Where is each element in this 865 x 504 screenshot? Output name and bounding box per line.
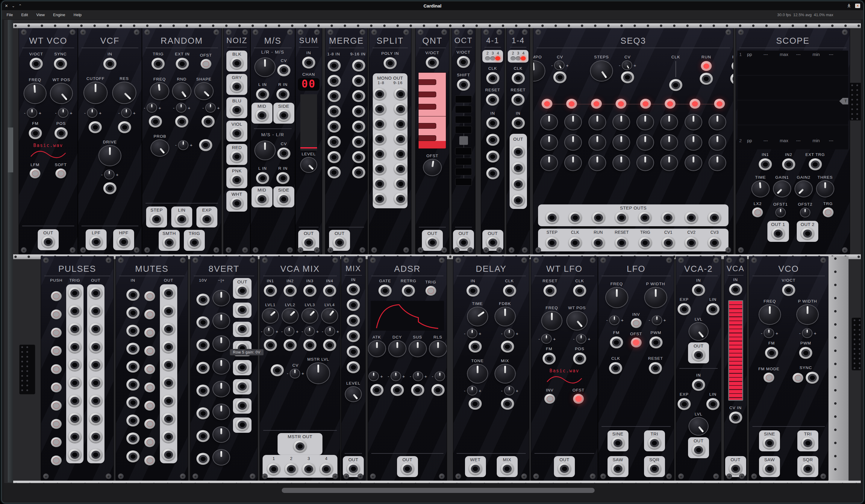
octave-slot[interactable]: [455, 168, 472, 175]
seq3-knob-knob[interactable]: [709, 115, 726, 130]
m1-4-port-jack[interactable]: [512, 194, 525, 206]
scope-trigger-marker[interactable]: T: [839, 98, 848, 104]
vca-mix-port-in4[interactable]: [323, 285, 336, 296]
noiz-port-blk[interactable]: [230, 57, 243, 69]
mutes-button-btn[interactable]: [144, 437, 155, 447]
wt-lfo-port-clk[interactable]: [573, 285, 586, 296]
black-key[interactable]: [418, 123, 436, 129]
delay-port-mix[interactable]: [500, 463, 514, 475]
delay-knob-time[interactable]: [468, 307, 487, 326]
pulses-button-btn[interactable]: [51, 346, 62, 356]
ms-port-l-in[interactable]: [256, 172, 269, 184]
ms-port-mid[interactable]: [255, 109, 268, 121]
octave-slot[interactable]: [455, 158, 472, 165]
close-plugin-icon[interactable]: ✕: [855, 3, 860, 8]
mutes-port-jack[interactable]: [126, 397, 139, 409]
mutes-port-jack[interactable]: [126, 361, 139, 373]
vcf-trim-knob[interactable]: [105, 170, 114, 179]
adsr-port-jack[interactable]: [411, 384, 424, 396]
wt-vco-port-pos[interactable]: [55, 127, 68, 139]
pulses-port-jack[interactable]: [68, 395, 81, 407]
8vert-port-out-3[interactable]: [235, 323, 249, 335]
m1-4-port-reset[interactable]: [511, 94, 524, 106]
random-trim-knob[interactable]: [179, 141, 188, 149]
seq3-led-button-lit[interactable]: [690, 99, 700, 109]
noiz-port-pnk[interactable]: [230, 174, 243, 186]
wt-vco-knob-wt-pos[interactable]: [50, 83, 72, 103]
mutes-port-jack[interactable]: [162, 323, 175, 335]
mutes-port-jack[interactable]: [126, 433, 139, 444]
m4-1-port-jack[interactable]: [486, 151, 499, 163]
8vert-port-jack[interactable]: [196, 362, 210, 374]
adsr-port-gate[interactable]: [379, 285, 392, 296]
vca-2-port-out[interactable]: [692, 349, 705, 361]
adsr-trim-knob[interactable]: [391, 372, 400, 380]
noiz-port-viol[interactable]: [230, 127, 243, 139]
seq3-knob-knob[interactable]: [541, 155, 557, 170]
seq3-port-jack[interactable]: [685, 212, 698, 224]
wt-vco-port-out[interactable]: [42, 236, 55, 248]
adsr-knob-sus[interactable]: [409, 341, 426, 356]
rack-view[interactable]: WT VCOV/OCTSYNCFREQWT POS-+-+FMPOSBasic.…: [4, 20, 861, 501]
lfo-trim-knob[interactable]: [610, 316, 619, 325]
mutes-button-btn[interactable]: [144, 309, 155, 319]
adsr-port-jack[interactable]: [391, 384, 404, 396]
adsr-knob-dcy[interactable]: [389, 341, 406, 356]
vcf-knob-cutoff[interactable]: [84, 82, 107, 103]
seq3-knob-knob[interactable]: [685, 135, 702, 150]
mutes-port-jack[interactable]: [126, 307, 139, 319]
split-port-jack[interactable]: [394, 163, 407, 175]
pulses-button-btn[interactable]: [51, 364, 62, 374]
selector-led-4[interactable]: [495, 56, 500, 60]
8vert-port-out-6[interactable]: [235, 380, 249, 392]
seq3-port-jack[interactable]: [669, 79, 682, 91]
lfo-port-sqr[interactable]: [648, 463, 661, 475]
menu-item-help[interactable]: Help: [74, 13, 82, 17]
random-port-ext-in[interactable]: [176, 58, 189, 70]
white-key[interactable]: [418, 109, 446, 116]
merge-port-jack[interactable]: [327, 136, 341, 148]
merge-port-jack[interactable]: [327, 60, 341, 71]
seq3-knob-knob[interactable]: [661, 115, 677, 130]
mutes-button-btn[interactable]: [144, 291, 155, 301]
8vert-port-jack[interactable]: [196, 453, 210, 465]
delay-port-in[interactable]: [466, 285, 480, 296]
pulses-button-btn[interactable]: [51, 401, 62, 411]
selector-led-2[interactable]: [485, 56, 490, 60]
seq3-knob-knob[interactable]: [541, 115, 557, 130]
vca-mix-knob-mstr-lvl[interactable]: [307, 363, 330, 383]
seq3-led-button-lit[interactable]: [665, 99, 676, 109]
seq3-port-jack[interactable]: [568, 212, 582, 224]
seq3-knob-knob[interactable]: [661, 155, 677, 170]
scope-port-out-1[interactable]: [772, 227, 785, 239]
octave-slot[interactable]: [455, 148, 472, 155]
seq3-knob-knob[interactable]: [533, 61, 545, 81]
pulses-port-jack[interactable]: [68, 431, 81, 443]
pulses-button-btn[interactable]: [51, 328, 62, 338]
vcf-port-lpf[interactable]: [90, 236, 103, 248]
8vert-port-out-2[interactable]: [235, 304, 249, 316]
noiz-port-blu[interactable]: [230, 104, 243, 116]
split-port-jack[interactable]: [394, 193, 407, 205]
pulses-port-jack[interactable]: [68, 377, 81, 389]
pulses-port-jack[interactable]: [68, 341, 81, 353]
lfo-port-clk[interactable]: [609, 362, 622, 374]
vco-port-pwm[interactable]: [799, 347, 812, 359]
mutes-port-jack[interactable]: [162, 395, 175, 407]
seq3-led-button-lit[interactable]: [615, 99, 626, 109]
m4-1-port-jack[interactable]: [486, 167, 499, 179]
m1-4-port-jack[interactable]: [512, 146, 525, 158]
seq3-knob-knob[interactable]: [541, 135, 557, 150]
scope-trim-knob[interactable]: [800, 208, 810, 217]
split-port-jack[interactable]: [373, 163, 386, 175]
vca-mix-port-jack[interactable]: [320, 463, 333, 475]
octave-slot[interactable]: [455, 95, 472, 103]
seq3-port-jack[interactable]: [662, 237, 675, 249]
seq3-knob-knob[interactable]: [637, 155, 653, 170]
vca-mix-knob-lvl2[interactable]: [282, 308, 298, 323]
split-port-jack[interactable]: [373, 103, 386, 115]
oct-octave-selector[interactable]: [455, 95, 472, 186]
vca-port-out[interactable]: [729, 463, 742, 475]
vca-2-port-in[interactable]: [692, 379, 705, 391]
seq3-knob-knob[interactable]: [685, 155, 702, 170]
